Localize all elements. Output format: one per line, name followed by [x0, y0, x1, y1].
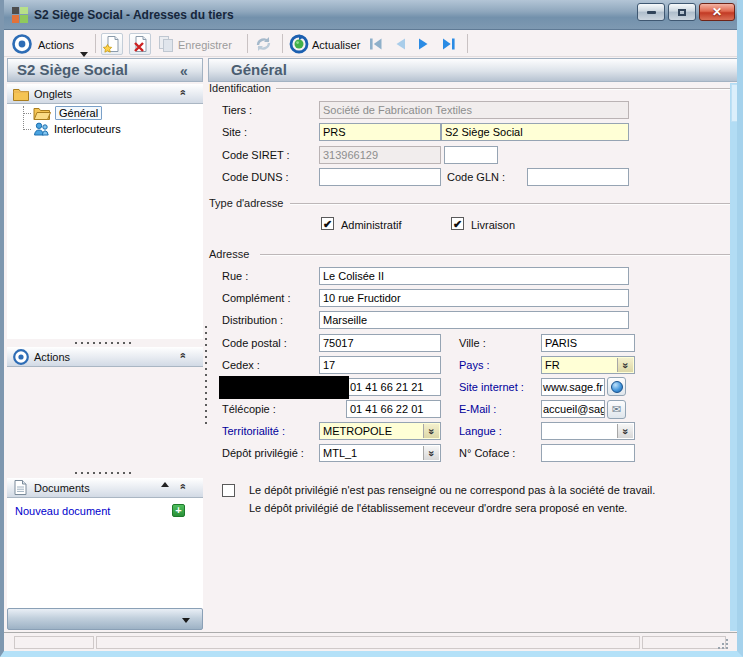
new-document-link[interactable]: Nouveau document [15, 505, 110, 517]
territorialite-value: METROPOLE [323, 425, 392, 437]
actions-section-header[interactable]: Actions » [7, 347, 203, 367]
maximize-button[interactable] [668, 3, 696, 21]
title-bar[interactable]: S2 Siège Social - Adresses du tiers ✕ [0, 0, 743, 30]
complement-field[interactable]: 10 rue Fructidor [319, 289, 629, 307]
main-header: Général [208, 58, 740, 82]
actions-menu-label[interactable]: Actions [38, 39, 74, 51]
livraison-checkbox[interactable]: ✔ [451, 217, 464, 230]
nav-first-button[interactable] [368, 37, 384, 55]
dropdown-button[interactable]: » [423, 424, 439, 438]
scroll-up-icon[interactable] [161, 482, 169, 487]
actualiser-label[interactable]: Actualiser [312, 39, 360, 51]
nav-next-icon [417, 37, 431, 51]
group-title-adresse: Adresse [209, 248, 249, 260]
cedex-field[interactable]: 17 [319, 356, 441, 374]
open-website-button[interactable] [607, 377, 626, 396]
site-internet-field[interactable]: www.sage.fr [541, 378, 605, 396]
collapse-section-icon[interactable]: » [179, 481, 184, 493]
bullseye-icon [12, 34, 32, 54]
depot-value: MTL_1 [323, 447, 357, 459]
telecopie-label: Télécopie : [222, 403, 276, 415]
documents-content: Nouveau document + [7, 498, 203, 608]
administratif-checkbox[interactable]: ✔ [321, 217, 334, 230]
horizontal-splitter[interactable] [75, 470, 135, 475]
pays-combo[interactable]: FR » [541, 356, 635, 374]
nav-previous-button[interactable] [393, 37, 407, 55]
gln-field[interactable] [527, 168, 629, 186]
depot-combo[interactable]: MTL_1 » [319, 444, 441, 462]
close-button[interactable]: ✕ [699, 3, 735, 21]
gln-label: Code GLN : [447, 171, 505, 183]
left-panel-header: S2 Siège Social « [7, 58, 203, 82]
coface-field[interactable] [541, 444, 635, 462]
dropdown-button[interactable]: » [423, 446, 439, 460]
depot-warning-checkbox[interactable] [222, 484, 235, 497]
telecopie-field[interactable]: 01 41 66 22 01 [346, 400, 441, 418]
toolbar-separator [282, 34, 283, 53]
actualiser-icon [289, 34, 309, 54]
tree-item-label[interactable]: Général [55, 106, 102, 120]
nav-next-button[interactable] [417, 37, 431, 55]
actualiser-button[interactable] [289, 34, 309, 58]
tiers-field[interactable]: Société de Fabrication Textiles [319, 101, 629, 119]
code-postal-field[interactable]: 75017 [319, 334, 441, 352]
siret-field[interactable]: 313966129 [319, 146, 441, 164]
add-document-button[interactable]: + [172, 504, 185, 517]
refresh-icon [254, 35, 273, 53]
document-icon [14, 480, 27, 495]
send-email-button[interactable]: ✉ [607, 400, 626, 419]
site-code-field[interactable]: PRS [319, 123, 441, 141]
sidebar-item-general[interactable]: Général [33, 105, 102, 121]
window-title: S2 Siège Social - Adresses du tiers [34, 8, 234, 22]
save-button[interactable] [157, 35, 175, 57]
email-label: E-Mail : [459, 403, 496, 415]
scrollbar-thumb[interactable] [731, 84, 739, 122]
collapse-section-icon[interactable]: » [179, 350, 184, 362]
toolbar-separator [247, 34, 248, 53]
vertical-splitter[interactable] [204, 322, 207, 427]
coface-label: N° Coface : [459, 447, 515, 459]
sidebar-item-interlocuteurs[interactable]: Interlocuteurs [33, 121, 121, 137]
territorialite-combo[interactable]: METROPOLE » [319, 422, 441, 440]
email-field[interactable]: accueil@sag [541, 400, 605, 418]
delete-record-button[interactable] [129, 33, 151, 55]
langue-combo[interactable]: » [541, 422, 635, 440]
site-name-field[interactable]: S2 Siège Social [441, 123, 629, 141]
close-icon: ✕ [712, 5, 722, 19]
collapse-section-icon[interactable]: » [179, 87, 184, 99]
resize-grip[interactable] [716, 637, 730, 650]
toolbar-separator [467, 34, 468, 53]
distribution-field[interactable]: Marseille [319, 311, 629, 329]
new-record-icon [103, 35, 121, 53]
tree-item-label[interactable]: Interlocuteurs [54, 123, 121, 135]
vertical-scrollbar[interactable] [730, 83, 741, 631]
refresh-button[interactable] [254, 35, 273, 57]
duns-field[interactable] [319, 168, 441, 186]
dropdown-button[interactable]: » [617, 424, 633, 438]
actions-menu-button[interactable] [12, 34, 32, 58]
code-postal-label: Code postal : [222, 337, 287, 349]
page-title: Général [209, 61, 287, 78]
rue-field[interactable]: Le Colisée II [319, 267, 629, 285]
tree-guide [23, 129, 31, 130]
status-cell [14, 636, 94, 649]
group-line [260, 254, 737, 256]
toolbar: Actions Enregistrer [4, 30, 741, 57]
maximize-icon [678, 9, 686, 16]
documents-section-header[interactable]: Documents » [7, 478, 203, 498]
dropdown-button[interactable]: » [617, 358, 633, 372]
group-line [290, 203, 737, 205]
telephone-field[interactable]: 01 41 66 21 21 [346, 378, 441, 396]
nav-last-button[interactable] [441, 37, 457, 55]
ville-field[interactable]: PARIS [541, 334, 635, 352]
save-button-label[interactable]: Enregistrer [178, 39, 232, 51]
new-record-button[interactable] [101, 33, 123, 55]
onglets-section-header[interactable]: Onglets » [7, 84, 203, 104]
langue-label: Langue : [459, 425, 502, 437]
collapse-panel-icon[interactable]: « [180, 60, 188, 82]
footer-dropdown-icon[interactable] [182, 618, 190, 623]
minimize-button[interactable] [637, 3, 665, 21]
horizontal-splitter[interactable] [75, 340, 135, 345]
rue-label: Rue : [222, 270, 248, 282]
siret-extra-field[interactable] [444, 146, 498, 164]
